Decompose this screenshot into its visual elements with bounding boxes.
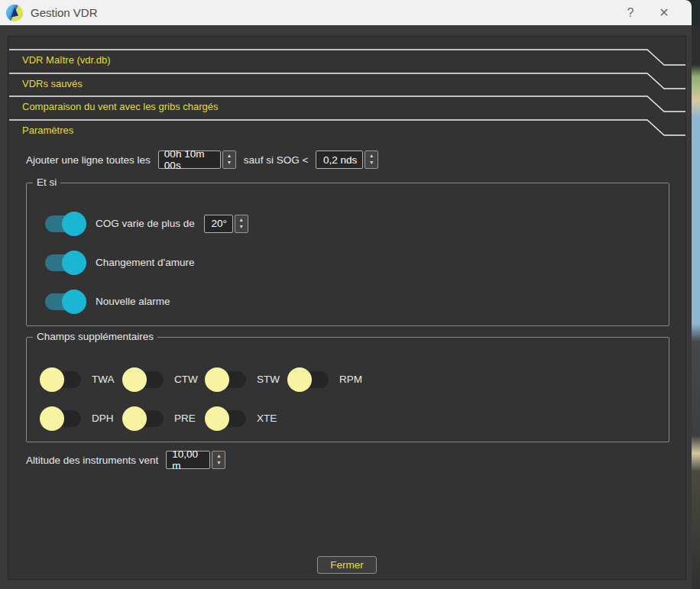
tab-label: Paramètres	[22, 125, 73, 136]
ctw-cell: CTW	[122, 367, 205, 392]
toggle-knob	[205, 406, 229, 431]
conditions-groupbox: Et si COG varie de plus de 20° ▲ ▼	[26, 183, 669, 326]
tab-label: Comparaison du vent avec les gribs charg…	[22, 101, 219, 112]
toggle-knob	[62, 212, 86, 236]
alarm-toggle[interactable]	[44, 290, 86, 314]
sog-label: sauf si SOG <	[244, 154, 308, 166]
altitude-row: Altitude des instruments vent 10,00 m ▲ …	[26, 451, 669, 469]
xte-cell: XTE	[205, 406, 287, 431]
pre-cell: PRE	[122, 406, 205, 431]
spin-up-icon[interactable]: ▲	[369, 153, 374, 160]
spin-down-icon[interactable]: ▼	[238, 224, 244, 231]
extra-fields-row-2: DPH PRE	[40, 399, 669, 438]
toggle-knob	[62, 251, 86, 275]
tab-edge-line	[8, 119, 685, 142]
parametres-pane: Ajouter une ligne toutes les 00h 10m 00s…	[8, 142, 685, 469]
spin-down-icon[interactable]: ▼	[369, 160, 374, 167]
toggle-knob	[122, 406, 147, 431]
spinner-buttons[interactable]: ▲ ▼	[235, 215, 248, 233]
tack-condition-row: Changement d'amure	[44, 243, 669, 282]
tab-parametres[interactable]: Paramètres	[8, 119, 685, 143]
tab-vdr-maitre[interactable]: VDR Maître (vdr.db)	[8, 49, 685, 73]
alarm-condition-row: Nouvelle alarme	[44, 282, 669, 321]
xte-toggle[interactable]	[205, 406, 248, 431]
tab-label: VDRs sauvés	[22, 78, 83, 89]
toggle-knob	[40, 367, 64, 392]
background-app-sliver	[691, 0, 700, 589]
tab-label: VDR Maître (vdr.db)	[22, 54, 111, 66]
sog-spinbox[interactable]: 0,2 nds ▲ ▼	[316, 150, 378, 169]
ctw-label: CTW	[174, 374, 198, 385]
extra-fields-title: Champs supplémentaires	[33, 331, 157, 342]
extra-fields-row-1: TWA CTW	[40, 360, 669, 399]
pre-label: PRE	[174, 413, 196, 424]
cog-label: COG varie de plus de	[96, 218, 195, 229]
xte-label: XTE	[257, 413, 277, 424]
interval-row: Ajouter une ligne toutes les 00h 10m 00s…	[26, 150, 669, 169]
qtvlm-logo-icon	[6, 5, 23, 21]
rpm-label: RPM	[339, 374, 362, 385]
ctw-toggle[interactable]	[122, 367, 165, 392]
spin-down-icon[interactable]: ▼	[226, 160, 232, 167]
tab-edge-line	[8, 73, 685, 95]
cog-condition-row: COG varie de plus de 20° ▲ ▼	[44, 204, 669, 243]
stw-label: STW	[257, 374, 280, 385]
gestion-vdr-dialog: Gestion VDR ? ✕ VDR Maître (vdr.db) VDRs…	[0, 0, 692, 589]
content-frame: VDR Maître (vdr.db) VDRs sauvés Comparai…	[8, 36, 686, 580]
spin-down-icon[interactable]: ▼	[216, 460, 222, 467]
toggle-knob	[287, 367, 312, 392]
spinner-buttons[interactable]: ▲ ▼	[222, 150, 236, 169]
dph-cell: DPH	[40, 406, 122, 431]
tack-toggle[interactable]	[44, 251, 86, 275]
spin-up-icon[interactable]: ▲	[216, 453, 222, 460]
altitude-spinbox[interactable]: 10,00 m ▲ ▼	[166, 451, 225, 469]
rpm-toggle[interactable]	[287, 367, 330, 392]
spinner-buttons[interactable]: ▲ ▼	[365, 150, 378, 169]
tab-comparaison-vent[interactable]: Comparaison du vent avec les gribs charg…	[8, 95, 685, 119]
extra-fields-groupbox: Champs supplémentaires TWA	[26, 337, 669, 442]
tack-label: Changement d'amure	[96, 257, 194, 268]
dialog-footer: Fermer	[8, 556, 685, 574]
titlebar: Gestion VDR ? ✕	[0, 0, 692, 25]
spin-up-icon[interactable]: ▲	[238, 217, 244, 224]
toggle-knob	[205, 367, 229, 392]
twa-label: TWA	[92, 374, 115, 385]
sog-value[interactable]: 0,2 nds	[316, 150, 363, 169]
help-button[interactable]: ?	[614, 0, 647, 25]
stw-cell: STW	[205, 367, 287, 392]
spinner-buttons[interactable]: ▲ ▼	[212, 451, 225, 469]
pre-toggle[interactable]	[122, 406, 165, 431]
cog-value[interactable]: 20°	[204, 215, 233, 233]
cog-spinbox[interactable]: 20° ▲ ▼	[204, 215, 248, 233]
close-window-button[interactable]: ✕	[647, 0, 681, 25]
twa-cell: TWA	[40, 367, 122, 392]
interval-label: Ajouter une ligne toutes les	[26, 154, 151, 166]
spin-up-icon[interactable]: ▲	[226, 153, 232, 160]
altitude-label: Altitude des instruments vent	[26, 455, 158, 466]
toggle-knob	[122, 367, 147, 392]
window-title: Gestion VDR	[31, 6, 614, 19]
dph-toggle[interactable]	[40, 406, 83, 431]
tab-vdrs-sauves[interactable]: VDRs sauvés	[8, 73, 685, 96]
interval-spinbox[interactable]: 00h 10m 00s ▲ ▼	[158, 150, 236, 169]
dph-label: DPH	[92, 413, 114, 424]
dialog-body: VDR Maître (vdr.db) VDRs sauvés Comparai…	[0, 25, 692, 589]
fermer-button[interactable]: Fermer	[317, 556, 377, 574]
interval-value[interactable]: 00h 10m 00s	[158, 150, 221, 169]
stw-toggle[interactable]	[205, 367, 248, 392]
toggle-knob	[40, 406, 64, 431]
conditions-title: Et si	[33, 176, 60, 188]
twa-toggle[interactable]	[40, 367, 83, 392]
altitude-value[interactable]: 10,00 m	[166, 451, 210, 469]
rpm-cell: RPM	[287, 367, 370, 392]
alarm-label: Nouvelle alarme	[96, 296, 170, 307]
toggle-knob	[62, 290, 86, 314]
sail-icon	[10, 8, 18, 18]
cog-toggle[interactable]	[44, 212, 86, 236]
